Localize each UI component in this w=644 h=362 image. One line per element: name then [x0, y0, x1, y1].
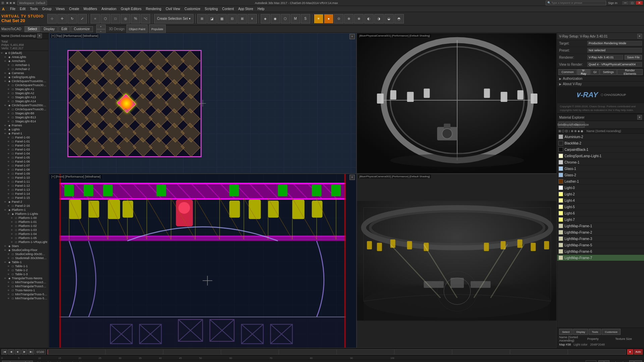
tree-item-frames[interactable]: 👁◈Frames	[0, 123, 48, 127]
menu-file[interactable]: File	[8, 7, 17, 11]
vray-tab-vray[interactable]: V-Ray	[577, 69, 590, 75]
tree-item-circlesq200b[interactable]: 👁□CircleSquareTruss300cm-A	[0, 107, 48, 111]
tree-item-lights[interactable]: 👁◈Lights	[0, 127, 48, 131]
select-set-btn[interactable]: Create Selection Set ▾	[154, 14, 194, 23]
tree-item-platform1[interactable]: 👁◈Platform-1	[0, 208, 48, 212]
tree-item-minitri1[interactable]: 👁□MiniTriangularTruss-50cm-Neon	[0, 292, 48, 296]
tree-item-table13[interactable]: 👁□Table-1-3	[0, 272, 48, 276]
tree-item-triangletruss[interactable]: 👁◈TriangularTruss-Neons	[0, 276, 48, 280]
key-mode-btn[interactable]: ●	[627, 349, 633, 355]
mat-item-17[interactable]: LightMap-Frame-5	[557, 242, 644, 248]
tree-item-table1[interactable]: 👁◈Table-1	[0, 260, 48, 264]
render-btn1[interactable]: ◈	[261, 14, 270, 23]
mat-item-0[interactable]: Aluminium-2	[557, 134, 644, 140]
vray-tab-gi[interactable]: GI	[590, 69, 600, 75]
menu-create[interactable]: Create	[67, 7, 81, 11]
tree-item-circlesq200a[interactable]: 👁□CircleSquareTruss300cm-A	[0, 83, 48, 87]
view-btn5[interactable]: ⊠	[237, 14, 247, 23]
viewport-top-left[interactable]: [+] [Top] [Performance] [Wireframe] +	[49, 33, 357, 174]
view-btn3[interactable]: ▦	[217, 14, 227, 23]
tree-item-plat1vray[interactable]: 👁□Platform-1-VRayLight	[0, 240, 48, 244]
mat-item-19[interactable]: LightMap-Frame-7	[557, 255, 644, 261]
expand-icon[interactable]: +	[96, 24, 106, 29]
light-btn8[interactable]: ◒	[384, 14, 394, 23]
mat-icon2[interactable]: ⬡	[562, 129, 565, 133]
tree-item-panel1[interactable]: 👁◈Panel-1	[0, 131, 48, 135]
mat-item-12[interactable]: Light-6	[557, 210, 644, 217]
tree-item-armchair1[interactable]: 👁□Armchair-1	[0, 63, 48, 67]
tree-item-stagelight_b2[interactable]: 👁□StageLight-B8	[0, 111, 48, 115]
viewport-bottom-right[interactable]: [BluerPhysicalCamera002] [Performance] […	[357, 174, 557, 348]
mat-btn-tools[interactable]: Tools	[589, 329, 601, 335]
mat-icon6[interactable]: ⊗	[574, 129, 577, 133]
tree-item-p101[interactable]: 👁□Panel-1-01	[0, 139, 48, 143]
tree-item-circlesq300[interactable]: 👁◈CircleSquareTruss400cm-Lights	[0, 79, 48, 83]
view-btn2[interactable]: ◪	[207, 14, 217, 23]
mat-display-btn[interactable]: Display	[565, 122, 571, 128]
tree-item-p106[interactable]: 👁□Panel-1-06	[0, 160, 48, 164]
mat-icon8[interactable]: ◉	[581, 129, 583, 133]
tree-item-p103[interactable]: 👁□Panel-1-03	[0, 147, 48, 152]
tree-item-p104[interactable]: 👁□Panel-1-04	[0, 152, 48, 156]
tree-item-s0default[interactable]: 👁◈0 (default)	[0, 51, 48, 55]
tab-select[interactable]: Select	[24, 26, 40, 32]
view-btn4[interactable]: ⊟	[227, 14, 237, 23]
window-controls[interactable]: ─ □ ✕	[622, 1, 643, 5]
tool2[interactable]: ⬡	[101, 14, 110, 23]
mat-item-15[interactable]: LightMap-Frame-2	[557, 229, 644, 236]
mat-item-18[interactable]: LightMap-Frame-6	[557, 248, 644, 255]
tree-item-studioceil30[interactable]: 👁□StudioCeiling-30x30Meters	[0, 252, 48, 256]
menu-animation[interactable]: Animation	[100, 7, 118, 11]
vray-close-btn[interactable]: ✕	[637, 34, 642, 39]
tree-item-panel2[interactable]: 👁◈Panel-2	[0, 200, 48, 204]
workspace-selector[interactable]: Workspace: Default	[2, 361, 33, 362]
tree-item-stagelight_b13[interactable]: 👁□StageLight-B13	[0, 115, 48, 119]
render-btn3[interactable]: ⬡	[281, 14, 290, 23]
title-bar-search[interactable]: 🔍 Type a keyword or phrase	[546, 1, 606, 5]
tree-item-plat102[interactable]: 👁□Platform-1-02	[0, 224, 48, 228]
menu-scripting[interactable]: Scripting	[203, 7, 220, 11]
mat-item-11[interactable]: Light-5	[557, 204, 644, 210]
tl-prev-btn[interactable]: |◀	[1, 349, 7, 355]
tool5[interactable]: %	[131, 14, 140, 23]
material-btn[interactable]: M	[291, 14, 300, 23]
light-btn9[interactable]: ◓	[394, 14, 404, 23]
tree-item-p112[interactable]: 👁□Panel-1-12	[0, 184, 48, 188]
mat-item-16[interactable]: LightMap-Frame-3	[557, 236, 644, 242]
tree-item-plat104[interactable]: 👁□Platform-1-04	[0, 232, 48, 236]
tree-item-tritruss200[interactable]: 👁□MiniTriangularTruss300cm-Nec	[0, 284, 48, 288]
mat-item-6[interactable]: Glass-2	[557, 172, 644, 178]
light-btn7[interactable]: ◑	[374, 14, 384, 23]
tree-item-p200[interactable]: 👁□Panel-2-16	[0, 204, 48, 208]
tree-item-p111[interactable]: 👁□Panel-1-11	[0, 180, 48, 184]
menu-rendering[interactable]: Rendering	[144, 7, 163, 11]
tree-item-stagelight2[interactable]: 👁□StageLight-A2	[0, 91, 48, 95]
tree-item-p100[interactable]: 👁□Panel-1-00	[0, 135, 48, 139]
mat-btn-display[interactable]: Display	[573, 329, 588, 335]
tl-play-back-btn[interactable]: ◀	[8, 349, 14, 355]
mat-icon7[interactable]: ◈	[578, 129, 580, 133]
menu-help[interactable]: Help	[256, 7, 267, 11]
tree-item-stars[interactable]: 👁◈Stars	[0, 244, 48, 248]
rotate-btn[interactable]: ↻	[67, 14, 77, 23]
tree-item-p102[interactable]: 👁□Panel-1-02	[0, 143, 48, 147]
move-btn[interactable]: ✛	[57, 14, 67, 23]
tree-item-armchairs[interactable]: 👁◈Armchairs	[0, 59, 48, 63]
view-btn6[interactable]: ≡	[248, 14, 257, 23]
menu-group[interactable]: Group	[40, 7, 54, 11]
tree-item-studiowall[interactable]: 👁□StudioWall-30x30Meters	[0, 256, 48, 260]
vray-save-btn[interactable]: Save File	[625, 55, 642, 60]
tree-item-tritruss100[interactable]: 👁□MiniTriangularTruss300cm-Nec	[0, 280, 48, 284]
vray-tab-settings[interactable]: Settings	[600, 69, 617, 75]
mat-item-13[interactable]: Light-7	[557, 217, 644, 223]
tree-item-armchair2[interactable]: 👁□Armchair-2	[0, 67, 48, 71]
auto-key-status[interactable]: Auto	[586, 360, 597, 362]
tree-item-stagea13[interactable]: 👁□StageLight-A13	[0, 95, 48, 99]
tree-item-cameras[interactable]: 👁◈Cameras	[0, 71, 48, 75]
tree-item-stagelight1[interactable]: 👁□StageLight-A1	[0, 87, 48, 91]
timeline-track[interactable]	[47, 349, 626, 355]
light-btn4[interactable]: ⊕	[344, 14, 354, 23]
tab-customize[interactable]: Customize	[71, 26, 93, 32]
tl-next-btn[interactable]: ▶|	[28, 349, 34, 355]
vray-tab-elements[interactable]: Render Elements	[617, 69, 643, 75]
